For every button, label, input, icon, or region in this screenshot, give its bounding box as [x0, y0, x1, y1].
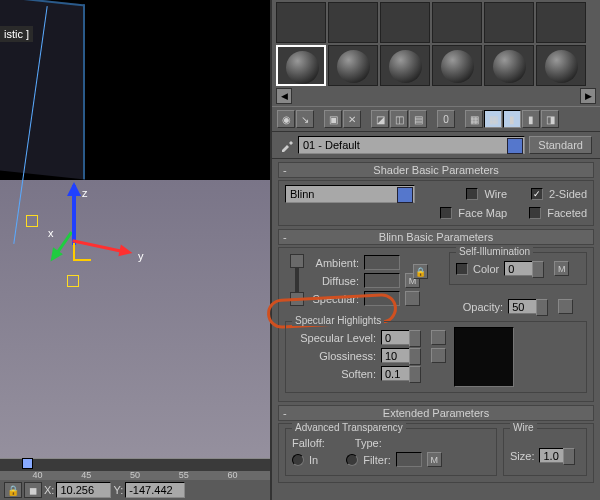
material-slot[interactable] — [380, 45, 430, 86]
soften-spinner[interactable]: 0.1 — [381, 366, 411, 381]
type-label: Type: — [355, 437, 382, 449]
scroll-right-icon[interactable]: ▶ — [580, 88, 596, 104]
selection-box — [67, 275, 79, 287]
eyedropper-icon[interactable] — [280, 138, 294, 152]
selection-set-icon[interactable]: ◼ — [24, 482, 42, 498]
color-checkbox[interactable] — [456, 263, 468, 275]
y-label: Y: — [113, 484, 123, 496]
shader-dropdown[interactable]: Blinn — [285, 185, 415, 203]
status-bar: 🔒 ◼ X: 10.256 Y: -147.442 — [0, 480, 270, 500]
material-slot[interactable] — [432, 45, 482, 86]
opacity-label: Opacity: — [463, 301, 503, 313]
blinn-params-rollout[interactable]: -Blinn Basic Parameters — [278, 229, 594, 245]
type-filter-radio[interactable] — [346, 454, 358, 466]
color-link[interactable] — [287, 254, 307, 306]
put-to-scene-icon[interactable]: ↘ — [296, 110, 314, 128]
go-parent-icon[interactable]: ▮ — [503, 110, 521, 128]
spec-high-label: Specular Highlights — [292, 315, 384, 326]
specular-label: Specular: — [309, 293, 359, 305]
material-slot[interactable] — [328, 45, 378, 86]
material-slot[interactable] — [328, 2, 378, 43]
material-slot-selected[interactable] — [276, 45, 326, 86]
put-library-icon[interactable]: ▤ — [409, 110, 427, 128]
material-editor: ◀ ▶ ◉ ↘ ▣ ✕ ◪ ◫ ▤ 0 ▦ ▦ ▮ ▮ ◨ 01 - Defau… — [270, 0, 600, 500]
show-end-result-icon[interactable]: ▦ — [484, 110, 502, 128]
gizmo-z-axis[interactable] — [72, 185, 76, 245]
viewport-label[interactable]: istic ] — [0, 26, 33, 42]
lock-ambient-icon[interactable]: 🔒 — [413, 264, 428, 279]
diffuse-label: Diffuse: — [309, 275, 359, 287]
x-label: X: — [44, 484, 54, 496]
make-unique-icon[interactable]: ◫ — [390, 110, 408, 128]
faceted-label: Faceted — [547, 207, 587, 219]
filter-color[interactable] — [396, 452, 422, 467]
options-icon[interactable]: ◨ — [541, 110, 559, 128]
spec-level-map-button[interactable] — [431, 330, 446, 345]
gizmo-x-axis[interactable] — [53, 231, 73, 257]
material-slot[interactable] — [536, 2, 586, 43]
material-slot[interactable] — [276, 2, 326, 43]
ambient-label: Ambient: — [309, 257, 359, 269]
move-gizmo[interactable]: z x y — [30, 195, 170, 305]
x-coord-field[interactable]: 10.256 — [56, 482, 111, 498]
color-label: Color — [473, 263, 499, 275]
material-slot[interactable] — [484, 45, 534, 86]
preview-sphere — [337, 50, 370, 83]
preview-sphere — [389, 50, 422, 83]
gloss-label: Glossiness: — [292, 350, 376, 362]
soften-label: Soften: — [292, 368, 376, 380]
make-copy-icon[interactable]: ◪ — [371, 110, 389, 128]
facemap-label: Face Map — [458, 207, 507, 219]
shader-params-rollout[interactable]: -Shader Basic Parameters — [278, 162, 594, 178]
opacity-map-button[interactable] — [558, 299, 573, 314]
show-map-icon[interactable]: ▦ — [465, 110, 483, 128]
selection-box — [26, 215, 38, 227]
extended-params-rollout[interactable]: -Extended Parameters — [278, 405, 594, 421]
wire-size-spinner[interactable]: 1.0 — [539, 448, 565, 463]
get-material-icon[interactable]: ◉ — [277, 110, 295, 128]
go-forward-icon[interactable]: ▮ — [522, 110, 540, 128]
selfillum-label: Self-Illumination — [456, 246, 533, 257]
ambient-color[interactable] — [364, 255, 400, 270]
in-label: In — [309, 454, 318, 466]
axis-label-z: z — [82, 187, 88, 199]
assign-icon[interactable]: ▣ — [324, 110, 342, 128]
material-swatches — [272, 0, 600, 86]
material-slot[interactable] — [484, 2, 534, 43]
faceted-checkbox[interactable] — [529, 207, 541, 219]
material-toolbar: ◉ ↘ ▣ ✕ ◪ ◫ ▤ 0 ▦ ▦ ▮ ▮ ◨ — [272, 106, 600, 132]
material-slot[interactable] — [536, 45, 586, 86]
lock-selection-icon[interactable]: 🔒 — [4, 482, 22, 498]
gloss-spinner[interactable]: 10 — [381, 348, 411, 363]
wire-group-label: Wire — [510, 422, 537, 433]
preview-sphere — [441, 50, 474, 83]
material-type-button[interactable]: Standard — [529, 136, 592, 154]
scroll-left-icon[interactable]: ◀ — [276, 88, 292, 104]
viewport-3d[interactable]: istic ] z x y — [0, 0, 270, 460]
material-name-dropdown[interactable]: 01 - Default — [298, 136, 525, 154]
filter-label: Filter: — [363, 454, 391, 466]
spec-level-spinner[interactable]: 0 — [381, 330, 411, 345]
2sided-checkbox[interactable]: ✓ — [531, 188, 543, 200]
material-id-icon[interactable]: 0 — [437, 110, 455, 128]
reset-icon[interactable]: ✕ — [343, 110, 361, 128]
playhead[interactable] — [22, 458, 33, 469]
material-slot[interactable] — [432, 2, 482, 43]
gizmo-plane[interactable] — [73, 243, 91, 261]
diffuse-color[interactable] — [364, 273, 400, 288]
selfillum-spinner[interactable]: 0 — [504, 261, 534, 276]
preview-sphere — [493, 50, 526, 83]
filter-map-button[interactable]: M — [427, 452, 442, 467]
gloss-map-button[interactable] — [431, 348, 446, 363]
wire-checkbox[interactable] — [466, 188, 478, 200]
opacity-spinner[interactable]: 50 — [508, 299, 538, 314]
size-label: Size: — [510, 450, 534, 462]
selfillum-map-button[interactable]: M — [554, 261, 569, 276]
facemap-checkbox[interactable] — [440, 207, 452, 219]
specular-color[interactable] — [364, 291, 400, 306]
falloff-in-radio[interactable] — [292, 454, 304, 466]
y-coord-field[interactable]: -147.442 — [125, 482, 185, 498]
timeline[interactable]: 4045505560 — [0, 458, 270, 480]
specular-map-button[interactable] — [405, 291, 420, 306]
material-slot[interactable] — [380, 2, 430, 43]
